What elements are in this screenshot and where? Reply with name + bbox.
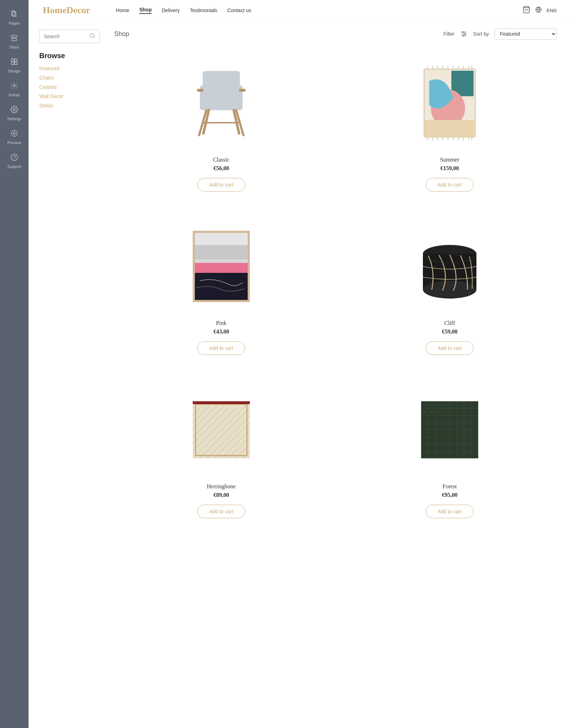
svg-rect-0 (12, 11, 15, 16)
sidebar-item-label: Settings (7, 117, 21, 121)
sidebar-item-label: Store (10, 45, 19, 49)
product-name: Herringbone (207, 483, 236, 490)
product-card-forest: Forest €95,00 Add to cart (343, 376, 557, 525)
svg-point-16 (90, 34, 94, 37)
product-image-stool (414, 227, 485, 306)
product-name: Cliff (444, 320, 455, 326)
product-image-area (121, 57, 321, 149)
sidebar-item-label: Pages (9, 21, 20, 25)
svg-rect-62 (195, 263, 248, 273)
svg-rect-5 (11, 62, 14, 65)
product-card-herringbone: Herringbone €89,00 Add to cart (114, 376, 328, 525)
search-icon (90, 33, 95, 40)
sidebar-item-label: Extras (9, 93, 20, 97)
product-image-area (121, 220, 321, 313)
nav-home[interactable]: Home (116, 7, 129, 13)
browse-item-wall-decor[interactable]: Wall Decor (39, 93, 100, 99)
product-image-area (350, 57, 550, 149)
sidebar-item-store[interactable]: Store (0, 30, 29, 54)
add-to-cart-herringbone[interactable]: Add to cart (197, 505, 245, 518)
filter-label: Filter (444, 31, 455, 37)
product-card-pink: Pink €43,00 Add to cart (114, 213, 328, 362)
svg-point-22 (464, 33, 465, 34)
extras-icon (10, 82, 18, 91)
search-input[interactable] (44, 34, 90, 39)
logo-text: Home (43, 5, 66, 15)
add-to-cart-summer[interactable]: Add to cart (426, 178, 474, 192)
svg-rect-6 (15, 62, 17, 65)
product-price: €95,00 (442, 492, 458, 498)
sidebar-item-extras[interactable]: Extras (0, 77, 29, 101)
right-panel: Shop Filter Sort by Featured Price: Low … (107, 21, 571, 728)
svg-point-103 (438, 404, 440, 406)
product-price: €43,00 (213, 329, 229, 335)
svg-point-10 (13, 132, 15, 134)
store-icon (10, 34, 18, 44)
svg-rect-3 (11, 59, 14, 61)
cart-icon[interactable] (522, 6, 530, 15)
sidebar-item-support[interactable]: Support (0, 149, 29, 173)
browse-title: Browse (39, 52, 100, 60)
nav-shop[interactable]: Shop (139, 7, 152, 14)
svg-rect-85 (193, 401, 250, 404)
svg-rect-24 (200, 85, 243, 110)
preview-icon (10, 129, 18, 139)
svg-rect-25 (203, 71, 240, 89)
nav-contact[interactable]: Contact us (227, 7, 251, 13)
add-to-cart-pink[interactable]: Add to cart (197, 341, 245, 355)
product-card-cliff: Cliff €59,00 Add to cart (343, 213, 557, 362)
product-image-area (121, 383, 321, 476)
svg-rect-36 (424, 120, 475, 137)
svg-point-108 (445, 411, 447, 413)
support-icon (10, 153, 18, 163)
product-image-painting (186, 227, 257, 306)
product-card-classic: Classic €56,00 Add to cart (114, 50, 328, 199)
add-to-cart-classic[interactable]: Add to cart (197, 178, 245, 192)
browse-item-featured[interactable]: Featured (39, 66, 100, 71)
design-icon (10, 58, 18, 67)
product-price: €159,00 (440, 165, 459, 172)
pages-icon (10, 10, 18, 20)
svg-point-102 (431, 404, 433, 406)
add-to-cart-cliff[interactable]: Add to cart (426, 341, 474, 355)
main-content: HomeDecor Home Shop Delivery Testimonial… (29, 0, 571, 728)
left-panel: Browse Featured Chairs Carpets Wall Deco… (29, 21, 107, 728)
svg-rect-4 (15, 59, 17, 61)
product-card-summer: Summer €159,00 Add to cart (343, 50, 557, 199)
svg-point-106 (431, 411, 433, 413)
nav-links: Home Shop Delivery Testimonials Contact … (116, 7, 511, 14)
svg-rect-61 (195, 245, 248, 259)
svg-point-66 (423, 281, 476, 299)
browse-item-carpets[interactable]: Carpets (39, 84, 100, 90)
browse-item-chairs[interactable]: Chairs (39, 75, 100, 81)
sidebar-item-preview[interactable]: Preview (0, 125, 29, 149)
product-price: €59,00 (442, 329, 458, 335)
add-to-cart-forest[interactable]: Add to cart (426, 505, 474, 518)
svg-point-105 (424, 411, 425, 413)
sidebar-item-settings[interactable]: Settings (0, 101, 29, 125)
svg-rect-26 (197, 89, 203, 92)
logo: HomeDecor (43, 5, 90, 16)
svg-point-21 (462, 31, 463, 32)
svg-line-17 (94, 37, 95, 38)
filter-icon[interactable] (460, 30, 468, 37)
search-box[interactable] (39, 30, 100, 43)
nav-delivery[interactable]: Delivery (162, 7, 180, 13)
globe-icon[interactable] (535, 6, 542, 15)
language-selector[interactable]: ENG (547, 8, 557, 13)
svg-point-107 (438, 411, 440, 413)
sidebar-item-pages[interactable]: Pages (0, 6, 29, 30)
svg-point-7 (13, 85, 15, 87)
products-grid: Classic €56,00 Add to cart (114, 50, 557, 525)
sidebar-item-label: Preview (7, 141, 21, 145)
product-image-carpet-dark (421, 401, 478, 458)
content-area: Browse Featured Chairs Carpets Wall Deco… (29, 21, 571, 728)
product-price: €56,00 (213, 165, 229, 172)
product-image-chair (186, 64, 257, 142)
settings-icon (10, 106, 18, 115)
browse-item-stools[interactable]: Stools (39, 103, 100, 108)
product-image-carpet-herringbone (193, 401, 250, 458)
nav-testimonials[interactable]: Testimonials (190, 7, 217, 13)
sidebar-item-design[interactable]: Design (0, 54, 29, 77)
sort-select[interactable]: Featured Price: Low to High Price: High … (495, 28, 557, 40)
